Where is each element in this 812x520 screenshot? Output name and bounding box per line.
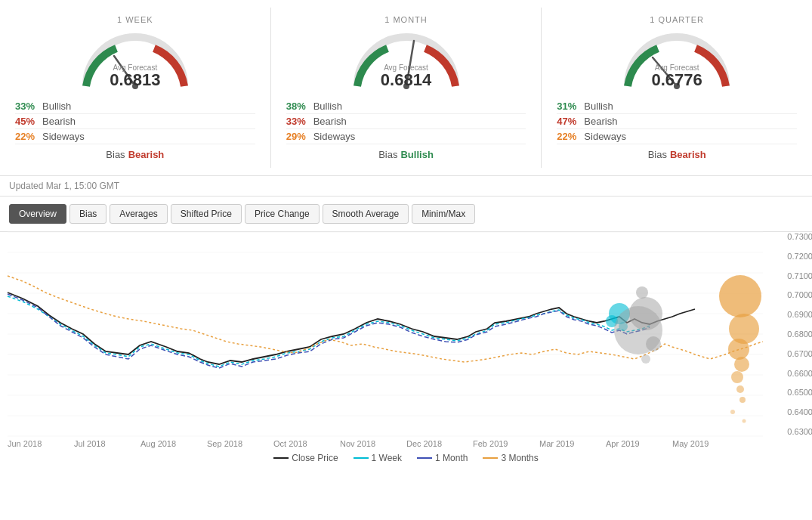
bullish-row-month: 38% Bullish (286, 99, 526, 114)
bias-week: Bias Bearish (106, 149, 164, 160)
gauge-title-month: 1 MONTH (384, 15, 428, 24)
bubble-1month-1 (636, 286, 648, 299)
bullish-label-week: Bullish (42, 101, 71, 112)
stats-week: 33% Bullish 45% Bearish 22% Sideways (15, 99, 255, 144)
chart-wrapper: 0.7300 0.7200 0.7100 0.7000 0.6900 0.680… (0, 232, 812, 468)
y-label-5: 0.6800 (781, 330, 812, 339)
main-chart-svg (8, 232, 778, 436)
x-label-mar2019: Mar 2019 (539, 439, 606, 448)
legend-close-label: Close Price (292, 453, 338, 463)
x-label-aug2018: Aug 2018 (140, 439, 207, 448)
gauge-panel-month: 1 MONTH Avg Forecast 0.6814 38% Bullish … (271, 8, 542, 168)
legend-1month: 1 Month (417, 453, 468, 463)
legend-close-price: Close Price (273, 453, 338, 463)
gauge-title-week: 1 WEEK (117, 15, 153, 24)
legend-3months: 3 Months (483, 453, 538, 463)
tab-averages[interactable]: Averages (110, 204, 167, 224)
bubble-1month-5 (641, 354, 650, 364)
tab-shifted-price[interactable]: Shifted Price (171, 204, 242, 224)
month-line (8, 294, 650, 368)
gauge-panel-week: 1 WEEK Avg Forecast 0.6813 33% Bullish (0, 8, 271, 168)
gauge-container-week: Avg Forecast 0.6813 (75, 27, 196, 91)
bearish-pct-month: 33% (286, 116, 313, 127)
gauge-container-quarter: Avg Forecast 0.6776 (616, 27, 737, 91)
y-label-4: 0.6900 (781, 310, 812, 319)
bias-label-month: Bias (378, 149, 397, 160)
bubble-3month-3 (728, 339, 749, 360)
bullish-pct-month: 38% (286, 101, 313, 112)
bearish-label-quarter: Bearish (584, 116, 617, 127)
y-label-3: 0.7000 (781, 290, 812, 299)
x-label-nov2018: Nov 2018 (340, 439, 406, 448)
y-label-9: 0.6400 (781, 407, 812, 416)
y-label-8: 0.6500 (781, 388, 812, 397)
sideways-row-quarter: 22% Sideways (557, 129, 797, 144)
chart-inner: 0.7300 0.7200 0.7100 0.7000 0.6900 0.680… (8, 232, 804, 436)
week-line (8, 296, 650, 367)
bias-quarter: Bias Bearish (648, 149, 706, 160)
legend-1week: 1 Week (354, 453, 402, 463)
gauge-container-month: Avg Forecast 0.6814 (346, 27, 467, 91)
bullish-pct-quarter: 31% (557, 101, 584, 112)
x-label-feb2019: Feb 2019 (473, 439, 539, 448)
bearish-label-week: Bearish (42, 116, 76, 127)
tab-overview[interactable]: Overview (9, 204, 66, 224)
bullish-row-quarter: 31% Bullish (557, 99, 797, 114)
bubble-3month-4 (734, 357, 749, 372)
gauge-value-month: 0.6814 (346, 70, 467, 90)
bearish-row-quarter: 47% Bearish (557, 114, 797, 129)
gauge-value-week: 0.6813 (75, 70, 196, 90)
bias-label-quarter: Bias (648, 149, 667, 160)
sideways-row-month: 29% Sideways (286, 129, 526, 144)
bubble-3month-5 (731, 371, 743, 383)
bubble-3month-2 (729, 314, 759, 344)
updated-bar: Updated Mar 1, 15:00 GMT (0, 176, 812, 197)
sideways-label-week: Sideways (42, 131, 85, 142)
bias-value-week: Bearish (128, 149, 165, 160)
legend-3months-icon (483, 455, 498, 461)
bearish-row-week: 45% Bearish (15, 114, 255, 129)
tab-smooth-average[interactable]: Smooth Average (323, 204, 409, 224)
bias-value-month: Bullish (400, 149, 433, 160)
bubble-3month-8 (730, 410, 735, 414)
bubble-1month-4 (646, 336, 661, 351)
bearish-label-month: Bearish (313, 116, 347, 127)
stats-quarter: 31% Bullish 47% Bearish 22% Sideways (557, 99, 797, 144)
bullish-row-week: 33% Bullish (15, 99, 255, 114)
legend-1month-icon (417, 455, 432, 461)
sideways-label-quarter: Sideways (584, 131, 626, 142)
legend-close-icon (273, 455, 289, 461)
x-axis: Jun 2018 Jul 2018 Aug 2018 Sep 2018 Oct … (8, 436, 778, 448)
gauge-title-quarter: 1 QUARTER (650, 15, 704, 24)
bullish-label-quarter: Bullish (584, 101, 613, 112)
y-label-1: 0.7200 (781, 252, 812, 261)
sideways-label-month: Sideways (313, 131, 356, 142)
legend-1week-icon (354, 455, 369, 461)
y-label-6: 0.6700 (781, 349, 812, 358)
tabs-bar: Overview Bias Averages Shifted Price Pri… (0, 197, 812, 232)
stats-month: 38% Bullish 33% Bearish 29% Sideways (286, 99, 526, 144)
x-label-jun2018: Jun 2018 (8, 439, 74, 448)
tab-price-change[interactable]: Price Change (245, 204, 320, 224)
bearish-row-month: 33% Bearish (286, 114, 526, 129)
y-label-2: 0.7100 (781, 271, 812, 280)
y-label-0: 0.7300 (781, 232, 812, 241)
x-label-oct2018: Oct 2018 (273, 439, 340, 448)
sideways-pct-quarter: 22% (557, 131, 584, 142)
tab-minim-max[interactable]: Minim/Max (412, 204, 475, 224)
top-section: 1 WEEK Avg Forecast 0.6813 33% Bullish (0, 0, 812, 176)
sideways-pct-month: 29% (286, 131, 313, 142)
bias-label-week: Bias (106, 149, 125, 160)
tab-bias[interactable]: Bias (69, 204, 107, 224)
bubble-3month-6 (736, 385, 744, 393)
bubble-3month-9 (743, 419, 746, 423)
x-label-apr2019: Apr 2019 (606, 439, 672, 448)
legend-1week-label: 1 Week (372, 453, 402, 463)
bearish-pct-quarter: 47% (557, 116, 584, 127)
x-label-sep2018: Sep 2018 (207, 439, 273, 448)
x-label-jul2018: Jul 2018 (74, 439, 140, 448)
y-label-10: 0.6300 (781, 427, 812, 436)
gauge-panel-quarter: 1 QUARTER Avg Forecast 0.6776 31% Bullis… (542, 8, 812, 168)
bearish-pct-week: 45% (15, 116, 42, 127)
chart-legend: Close Price 1 Week 1 Month 3 Months (8, 448, 804, 468)
